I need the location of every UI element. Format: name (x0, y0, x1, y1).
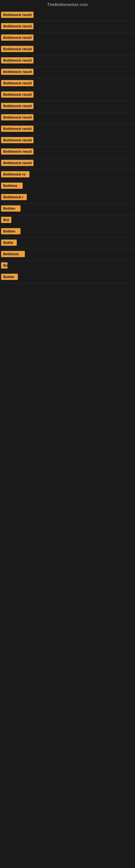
list-item: Bottleneck result (1, 44, 134, 56)
list-item: Bottleneck result (1, 147, 134, 158)
list-item: Bottleneck result (1, 22, 134, 33)
bottleneck-result-badge[interactable]: Bottleneck result (1, 46, 34, 52)
bottleneck-result-badge[interactable]: Bottleneck result (1, 160, 34, 166)
list-item: Bottler (1, 272, 134, 283)
site-title: TheBottlenecker.com (47, 2, 88, 7)
list-item: Bottleneck result (1, 113, 134, 124)
list-item: Bottlenec (1, 249, 134, 261)
bottleneck-result-badge[interactable]: Bottleneck result (1, 137, 34, 143)
bottleneck-result-badge[interactable]: Bottlen (1, 205, 20, 212)
list-item: Bottleneck result (1, 56, 134, 67)
bottleneck-result-badge[interactable]: Bottleneck result (1, 103, 34, 109)
bottleneck-result-badge[interactable]: Bottlene (1, 183, 23, 189)
bottleneck-result-badge[interactable]: Bottleneck result (1, 23, 34, 29)
site-header: TheBottlenecker.com (0, 0, 135, 10)
list-item: Bottleneck r (1, 192, 134, 204)
bottleneck-result-badge[interactable]: Bottlen (1, 228, 20, 235)
bottleneck-result-badge[interactable]: Bottleneck re (1, 171, 30, 177)
list-item: Bottleneck re (1, 169, 134, 181)
list-item: Bottle (1, 238, 134, 249)
bottleneck-result-badge[interactable]: Bottle (1, 240, 17, 246)
bottleneck-result-badge[interactable]: Bottlenec (1, 251, 25, 257)
bottleneck-result-badge[interactable]: Bottleneck result (1, 12, 34, 18)
list-item: Bottleneck result (1, 101, 134, 113)
list-item: Bottleneck result (1, 135, 134, 147)
list-item: Bottleneck result (1, 33, 134, 44)
bottleneck-result-badge[interactable]: Bottleneck result (1, 80, 34, 86)
list-item: Bo (1, 261, 134, 272)
bottleneck-result-badge[interactable]: Bottleneck result (1, 114, 34, 120)
bottleneck-result-badge[interactable]: Bottleneck result (1, 57, 34, 63)
bottleneck-result-badge[interactable]: Bo (1, 262, 8, 269)
list-item: Bot (1, 215, 134, 226)
bottleneck-result-badge[interactable]: Bottleneck result (1, 126, 34, 132)
list-item: Bottleneck result (1, 79, 134, 90)
bottleneck-result-badge[interactable]: Bottler (1, 274, 18, 280)
list-item: Bottlen (1, 226, 134, 238)
bottleneck-result-badge[interactable]: Bottleneck result (1, 69, 34, 75)
bottleneck-result-badge[interactable]: Bot (1, 217, 11, 223)
bottleneck-result-badge[interactable]: Bottleneck result (1, 91, 34, 98)
list-item: Bottleneck result (1, 90, 134, 101)
bottleneck-result-badge[interactable]: Bottleneck r (1, 194, 27, 200)
list-item: Bottlene (1, 181, 134, 192)
list-item: Bottleneck result (1, 10, 134, 22)
list-item: Bottleneck result (1, 67, 134, 79)
bottleneck-result-badge[interactable]: Bottleneck result (1, 148, 34, 155)
bottleneck-result-badge[interactable]: Bottleneck result (1, 34, 34, 41)
list-item: Bottlen (1, 204, 134, 215)
list-item: Bottleneck result (1, 124, 134, 135)
items-container: Bottleneck resultBottleneck resultBottle… (0, 10, 135, 283)
list-item: Bottleneck result (1, 158, 134, 169)
